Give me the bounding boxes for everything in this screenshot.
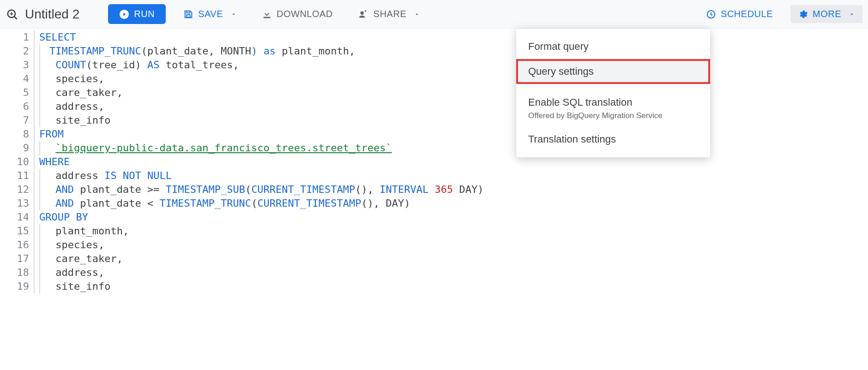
code-line[interactable]: AND plant_date >= TIMESTAMP_SUB(CURRENT_… — [39, 183, 484, 197]
schedule-button[interactable]: SCHEDULE — [699, 5, 780, 23]
indent-guide — [39, 141, 40, 155]
code-token: MONTH — [215, 45, 251, 57]
code-token: care_taker, — [49, 87, 123, 98]
share-icon — [358, 9, 369, 19]
menu-enable-sql-translation[interactable]: Enable SQL translation Offered by BigQue… — [516, 90, 710, 127]
menu-format-query[interactable]: Format query — [516, 34, 710, 59]
code-token — [49, 59, 55, 71]
code-line[interactable]: species, — [39, 72, 484, 86]
code-token: TIMESTAMP_TRUNC — [159, 197, 251, 209]
save-button[interactable]: SAVE — [176, 5, 244, 23]
line-number: 16 — [0, 238, 29, 252]
code-line[interactable]: SELECT — [39, 30, 484, 44]
code-line[interactable]: care_taker, — [39, 86, 484, 100]
indent-guide — [39, 266, 40, 280]
run-label: RUN — [134, 9, 155, 19]
menu-sublabel: Offered by BigQuery Migration Service — [528, 111, 698, 120]
share-button[interactable]: SHARE — [350, 5, 428, 23]
save-label: SAVE — [198, 9, 223, 19]
code-token: care_taker, — [49, 253, 123, 264]
menu-translation-settings[interactable]: Translation settings — [516, 127, 710, 152]
code-token: address, — [49, 101, 104, 112]
code-token: species, — [49, 73, 104, 84]
indent-guide — [39, 224, 40, 238]
line-number: 12 — [0, 183, 29, 197]
code-token: plant_date < — [74, 197, 159, 209]
play-icon — [119, 9, 129, 19]
menu-query-settings[interactable]: Query settings — [516, 59, 710, 84]
schedule-label: SCHEDULE — [721, 9, 773, 19]
more-menu: Format query Query settings Enable SQL t… — [516, 29, 710, 157]
code-line[interactable]: WHERE — [39, 155, 484, 169]
line-number: 4 — [0, 72, 29, 86]
code-token: ( — [86, 59, 92, 71]
code-token: ) — [251, 45, 257, 57]
code-line[interactable]: `bigquery-public-data.san_francisco_tree… — [39, 141, 484, 155]
code-token: plant_date — [147, 45, 208, 57]
code-token: `bigquery-public-data.san_francisco_tree… — [55, 142, 392, 154]
line-number: 14 — [0, 210, 29, 224]
indent-guide — [39, 238, 40, 252]
line-gutter: 12345678910111213141516171819 — [0, 30, 35, 293]
code-line[interactable]: species, — [39, 238, 484, 252]
code-token: CURRENT_TIMESTAMP — [257, 197, 361, 209]
code-line[interactable]: site_info — [39, 113, 484, 127]
indent-guide — [39, 252, 40, 266]
code-token: DAY — [380, 197, 404, 209]
code-token: plant_date >= — [74, 184, 166, 195]
chevron-down-icon — [849, 11, 855, 18]
menu-divider — [516, 87, 710, 87]
code-token: (), — [355, 184, 374, 195]
code-line[interactable]: plant_month, — [39, 224, 484, 238]
code-token — [374, 184, 380, 195]
indent-guide — [39, 280, 40, 293]
code-token: ) — [477, 184, 483, 195]
download-button[interactable]: DOWNLOAD — [254, 5, 340, 23]
code-line[interactable]: site_info — [39, 280, 484, 293]
code-line[interactable]: AND plant_date < TIMESTAMP_TRUNC(CURRENT… — [39, 197, 484, 210]
code-line[interactable]: address IS NOT NULL — [39, 169, 484, 183]
code-token: tree_id — [92, 59, 135, 71]
tab-title[interactable]: Untitled 2 — [25, 7, 79, 22]
run-button[interactable]: RUN — [108, 4, 166, 24]
chevron-down-icon — [414, 11, 420, 18]
code-line[interactable]: care_taker, — [39, 252, 484, 266]
query-tab-icon — [6, 8, 18, 21]
share-label: SHARE — [374, 9, 406, 19]
code-token: 365 — [435, 184, 453, 195]
code-token: INTERVAL — [380, 184, 428, 195]
code-token — [257, 45, 263, 57]
indent-guide — [39, 44, 40, 58]
code-token: (), — [362, 197, 380, 209]
indent-guide — [39, 169, 40, 183]
code-line[interactable]: address, — [39, 266, 484, 280]
code-token: plant_month, — [276, 45, 355, 57]
code-token: AS — [147, 59, 160, 71]
code-token: FROM — [39, 128, 64, 140]
code-token: TIMESTAMP_TRUNC — [49, 45, 141, 57]
code-body[interactable]: SELECTTIMESTAMP_TRUNC(plant_date, MONTH)… — [35, 30, 484, 293]
code-token: WHERE — [39, 156, 70, 167]
indent-guide — [39, 72, 40, 86]
code-token — [49, 184, 55, 195]
line-number: 3 — [0, 58, 29, 72]
code-token: DAY — [453, 184, 477, 195]
code-line[interactable]: address, — [39, 100, 484, 113]
code-token: total_trees, — [159, 59, 239, 71]
indent-guide — [39, 197, 40, 210]
more-button[interactable]: MORE — [790, 5, 862, 23]
code-line[interactable]: GROUP BY — [39, 210, 484, 224]
code-token: , — [208, 45, 214, 57]
code-token: ) — [135, 59, 141, 71]
indent-guide — [39, 183, 40, 197]
chevron-down-icon — [230, 11, 237, 18]
code-line[interactable]: COUNT(tree_id) AS total_trees, — [39, 58, 484, 72]
menu-label: Format query — [528, 41, 589, 52]
code-line[interactable]: TIMESTAMP_TRUNC(plant_date, MONTH) as pl… — [39, 44, 484, 58]
sql-editor[interactable]: 12345678910111213141516171819 SELECTTIME… — [0, 29, 868, 293]
code-token: as — [264, 45, 276, 57]
line-number: 19 — [0, 280, 29, 293]
code-token: TIMESTAMP_SUB — [166, 184, 245, 195]
code-line[interactable]: FROM — [39, 127, 484, 141]
code-token: site_info — [49, 114, 110, 126]
